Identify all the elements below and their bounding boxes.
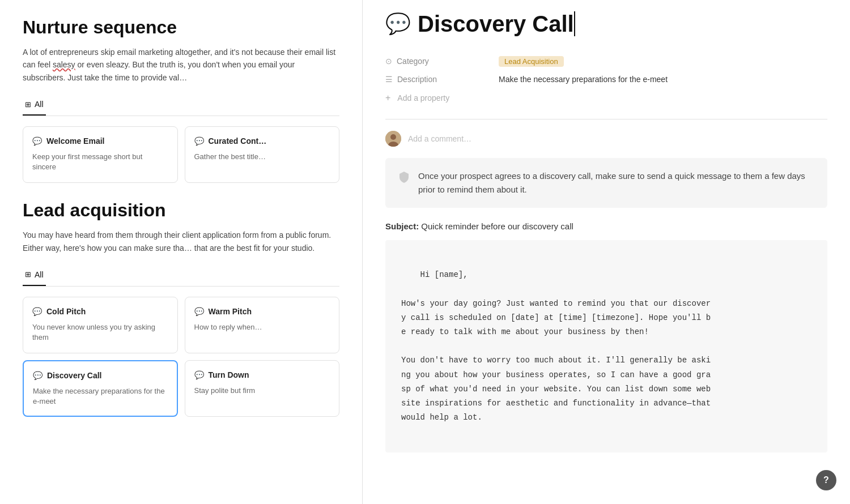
card-curated-desc: Gather the best title… bbox=[194, 152, 330, 162]
card-welcome-desc: Keep your first message short but sincer… bbox=[32, 152, 168, 172]
card-discovery-call[interactable]: Discovery Call Make the necessary prepar… bbox=[23, 360, 178, 417]
lead-tabs: ⊞ All bbox=[23, 266, 339, 287]
lead-acquisition-title: Lead acquisition bbox=[23, 200, 339, 221]
tab-lead-all-label: All bbox=[35, 270, 44, 279]
card-warm-title: Warm Pitch bbox=[209, 307, 252, 316]
page-title-text: Discovery Call bbox=[418, 11, 574, 36]
email-body-box[interactable]: Hi [name], How's your day going? Just wa… bbox=[385, 240, 827, 452]
subject-prefix: Subject: bbox=[385, 221, 419, 231]
comment-placeholder[interactable]: Add a comment… bbox=[408, 134, 471, 143]
comment-row: Add a comment… bbox=[385, 131, 827, 147]
card-cold-title: Cold Pitch bbox=[46, 307, 86, 316]
card-warm-pitch[interactable]: Warm Pitch How to reply when… bbox=[185, 297, 340, 353]
help-label: ? bbox=[823, 475, 829, 485]
right-panel: 💬 Discovery Call ⊙ Category Lead Acquisi… bbox=[363, 0, 850, 504]
table-icon: ⊞ bbox=[25, 100, 31, 109]
category-icon: ⊙ bbox=[385, 57, 392, 66]
shield-icon bbox=[398, 170, 410, 183]
description-label-text: Description bbox=[397, 75, 437, 84]
card-welcome-header: Welcome Email bbox=[32, 136, 168, 146]
card-curated-header: Curated Cont… bbox=[194, 136, 330, 146]
cursor bbox=[574, 11, 575, 36]
tab-nurture-all-label: All bbox=[35, 100, 44, 109]
category-value[interactable]: Lead Acquisition bbox=[499, 57, 564, 66]
add-property-row[interactable]: + Add a property bbox=[385, 88, 827, 108]
speech-icon-cold bbox=[32, 306, 42, 317]
page-title[interactable]: Discovery Call bbox=[418, 11, 575, 36]
speech-icon-curated bbox=[194, 136, 204, 146]
nurture-section: Nurture sequence A lot of entrepreneurs … bbox=[23, 17, 339, 183]
tab-lead-all[interactable]: ⊞ All bbox=[23, 266, 46, 286]
nurture-title: Nurture sequence bbox=[23, 17, 339, 38]
salesy-text: salesy bbox=[53, 60, 75, 69]
card-cold-desc: You never know unless you try asking the… bbox=[32, 322, 168, 343]
description-label: ☰ Description bbox=[385, 75, 499, 84]
user-avatar bbox=[385, 131, 401, 147]
card-welcome-email[interactable]: Welcome Email Keep your first message sh… bbox=[23, 126, 178, 183]
callout-text: Once your prospect agrees to a discovery… bbox=[418, 169, 815, 197]
speech-icon-welcome bbox=[32, 136, 42, 146]
properties-divider bbox=[385, 119, 827, 119]
card-turn-down[interactable]: Turn Down Stay polite but firm bbox=[185, 360, 340, 417]
card-curated-title: Curated Cont… bbox=[209, 136, 267, 146]
category-label: ⊙ Category bbox=[385, 57, 499, 66]
description-icon: ☰ bbox=[385, 75, 393, 84]
lead-acquisition-section: Lead acquisition You may have heard from… bbox=[23, 200, 339, 417]
table-icon-lead: ⊞ bbox=[25, 270, 31, 279]
category-label-text: Category bbox=[397, 57, 429, 66]
card-cold-pitch[interactable]: Cold Pitch You never know unless you try… bbox=[23, 297, 178, 353]
card-warm-header: Warm Pitch bbox=[194, 306, 330, 317]
card-curated-content[interactable]: Curated Cont… Gather the best title… bbox=[185, 126, 340, 183]
description-property-row: ☰ Description Make the necessary prepara… bbox=[385, 70, 827, 88]
card-discovery-header: Discovery Call bbox=[33, 370, 168, 381]
svg-point-1 bbox=[390, 134, 396, 140]
lead-acquisition-description: You may have heard from them through the… bbox=[23, 229, 339, 254]
card-discovery-desc: Make the necessary preparations for the … bbox=[33, 386, 168, 407]
callout-box: Once your prospect agrees to a discovery… bbox=[385, 158, 827, 208]
card-turn-down-title: Turn Down bbox=[209, 370, 249, 379]
lead-acquisition-badge: Lead Acquisition bbox=[499, 56, 564, 67]
speech-icon-discovery bbox=[33, 370, 42, 381]
card-welcome-title: Welcome Email bbox=[46, 136, 104, 146]
card-cold-header: Cold Pitch bbox=[32, 306, 168, 317]
tab-nurture-all[interactable]: ⊞ All bbox=[23, 95, 46, 116]
callout-icon bbox=[398, 170, 410, 186]
properties-section: ⊙ Category Lead Acquisition ☰ Descriptio… bbox=[385, 52, 827, 108]
avatar-svg bbox=[385, 131, 401, 147]
card-turn-down-desc: Stay polite but firm bbox=[194, 386, 330, 396]
card-discovery-title: Discovery Call bbox=[47, 371, 102, 380]
page-title-row: 💬 Discovery Call bbox=[385, 11, 827, 36]
subject-line: Subject: Quick reminder before our disco… bbox=[385, 221, 827, 231]
speech-icon-turn-down bbox=[194, 370, 204, 380]
nurture-cards-grid: Welcome Email Keep your first message sh… bbox=[23, 126, 339, 183]
page-emoji: 💬 bbox=[385, 12, 411, 36]
subject-value: Quick reminder before our discovery call bbox=[421, 221, 573, 231]
help-button[interactable]: ? bbox=[816, 470, 836, 490]
card-warm-desc: How to reply when… bbox=[194, 322, 330, 332]
speech-icon-warm bbox=[194, 306, 204, 317]
nurture-tabs: ⊞ All bbox=[23, 95, 339, 116]
nurture-description: A lot of entrepreneurs skip email market… bbox=[23, 46, 339, 84]
card-turn-down-header: Turn Down bbox=[194, 370, 330, 380]
description-value[interactable]: Make the necessary preparations for the … bbox=[499, 75, 668, 84]
email-body-text: Hi [name], How's your day going? Just wa… bbox=[401, 270, 711, 422]
lead-cards-grid: Cold Pitch You never know unless you try… bbox=[23, 297, 339, 417]
add-property-label: Add a property bbox=[397, 93, 449, 102]
category-property-row: ⊙ Category Lead Acquisition bbox=[385, 52, 827, 70]
left-panel: Nurture sequence A lot of entrepreneurs … bbox=[0, 0, 363, 504]
plus-icon: + bbox=[385, 93, 390, 103]
